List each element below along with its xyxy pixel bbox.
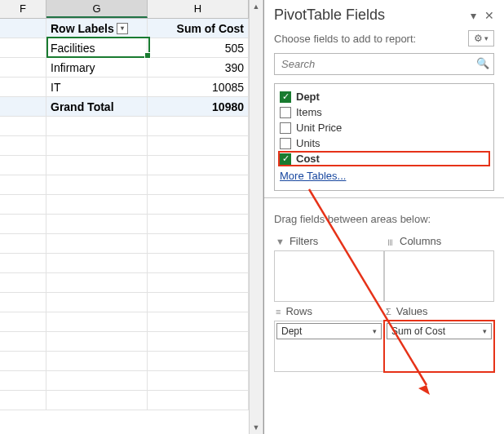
- empty-row: [0, 293, 249, 312]
- cell[interactable]: [0, 38, 46, 58]
- chevron-down-icon: ▾: [373, 327, 377, 335]
- area-label: Filters: [290, 235, 318, 247]
- worksheet[interactable]: F G H Row Labels ▾ Sum of Cost Facilitie…: [0, 0, 249, 434]
- table-row: Infirmary 390: [0, 58, 249, 78]
- dept-cell[interactable]: IT: [46, 78, 148, 97]
- rows-chip-dept[interactable]: Dept ▾: [276, 323, 382, 339]
- checkbox-icon[interactable]: ✓: [280, 153, 291, 165]
- col-header-F[interactable]: F: [0, 0, 46, 18]
- checkbox-icon[interactable]: ✓: [280, 91, 291, 103]
- pane-title: PivotTable Fields: [274, 7, 385, 24]
- col-header-G[interactable]: G: [46, 0, 148, 18]
- area-label: Rows: [285, 305, 312, 317]
- sigma-icon: Σ: [386, 307, 391, 317]
- field-cost[interactable]: ✓ Cost: [278, 151, 490, 166]
- empty-row: [0, 195, 249, 215]
- collapse-pane-icon[interactable]: ▾: [471, 9, 476, 22]
- field-label: Units: [296, 137, 321, 149]
- rows-dropzone[interactable]: Dept ▾: [274, 321, 384, 372]
- field-unit-price[interactable]: Unit Price: [278, 120, 490, 135]
- cell[interactable]: [0, 58, 46, 78]
- field-label: Cost: [296, 153, 320, 165]
- columns-area[interactable]: ⫼Columns: [384, 232, 494, 302]
- cell[interactable]: [0, 97, 46, 117]
- search-input[interactable]: [274, 53, 494, 75]
- values-chip-sum-of-cost[interactable]: Sum of Cost ▾: [387, 323, 492, 339]
- pane-subtitle: Choose fields to add to report:: [274, 33, 416, 45]
- pivottable-fields-pane: PivotTable Fields ▾ ✕ Choose fields to a…: [263, 0, 504, 434]
- empty-row: [0, 234, 249, 254]
- field-label: Items: [296, 106, 322, 118]
- field-label: Unit Price: [296, 122, 342, 134]
- empty-row: [0, 215, 249, 234]
- columns-dropzone[interactable]: [384, 250, 494, 302]
- empty-row: [0, 273, 249, 293]
- layout-options-button[interactable]: ⚙ ▾: [468, 30, 494, 46]
- field-dept[interactable]: ✓ Dept: [278, 89, 490, 104]
- table-row: Facilities 505: [0, 38, 249, 58]
- empty-row: [0, 332, 249, 352]
- area-label: Columns: [400, 235, 441, 247]
- empty-row: [0, 117, 249, 136]
- pivot-header-row: Row Labels ▾ Sum of Cost: [0, 19, 249, 38]
- values-dropzone[interactable]: Sum of Cost ▾: [384, 321, 494, 372]
- column-headers-row: F G H: [0, 0, 249, 19]
- filter-icon: ▼: [276, 237, 285, 246]
- drag-areas-label: Drag fields between areas below:: [264, 197, 504, 232]
- col-header-H[interactable]: H: [148, 0, 249, 18]
- search-icon: 🔍: [476, 57, 489, 69]
- dept-cell[interactable]: Infirmary: [46, 58, 148, 78]
- empty-row: [0, 156, 249, 175]
- more-tables-link[interactable]: More Tables...: [278, 166, 490, 185]
- filters-dropzone[interactable]: [274, 250, 384, 302]
- field-items[interactable]: Items: [278, 104, 490, 120]
- checkbox-icon[interactable]: [280, 122, 291, 134]
- close-pane-icon[interactable]: ✕: [484, 9, 494, 22]
- field-list: ✓ Dept Items Unit Price Units ✓ Cost Mor…: [274, 83, 494, 191]
- row-labels-header[interactable]: Row Labels ▾: [46, 19, 148, 38]
- rows-area[interactable]: ≡Rows Dept ▾: [274, 302, 384, 372]
- grand-total-value-cell[interactable]: 10980: [148, 97, 249, 117]
- row-labels-text: Row Labels: [51, 22, 114, 35]
- chevron-down-icon: ▾: [483, 327, 487, 335]
- gear-icon: ⚙: [474, 33, 483, 44]
- area-label: Values: [396, 305, 428, 317]
- chevron-down-icon: ▾: [484, 34, 489, 42]
- empty-row: [0, 136, 249, 156]
- scroll-down-icon[interactable]: ▼: [253, 421, 260, 434]
- empty-row: [0, 391, 249, 410]
- empty-row: [0, 175, 249, 195]
- chip-label: Dept: [281, 326, 302, 337]
- vertical-scrollbar[interactable]: ▲ ▼: [249, 0, 263, 434]
- values-area[interactable]: ΣValues Sum of Cost ▾: [384, 302, 494, 372]
- field-units[interactable]: Units: [278, 135, 490, 151]
- value-cell[interactable]: 390: [148, 58, 249, 78]
- field-label: Dept: [296, 91, 320, 103]
- chip-label: Sum of Cost: [391, 326, 445, 337]
- empty-row: [0, 254, 249, 273]
- empty-row: [0, 352, 249, 371]
- filters-area[interactable]: ▼Filters: [274, 232, 384, 302]
- grand-total-row: Grand Total 10980: [0, 97, 249, 117]
- empty-row: [0, 312, 249, 332]
- rows-icon: ≡: [276, 307, 281, 317]
- dept-cell[interactable]: Facilities: [46, 38, 148, 58]
- cell[interactable]: [0, 19, 46, 38]
- checkbox-icon[interactable]: [280, 138, 291, 149]
- value-cell[interactable]: 505: [148, 38, 249, 58]
- cell[interactable]: [0, 78, 46, 97]
- table-row: IT 10085: [0, 78, 249, 97]
- sum-of-cost-header[interactable]: Sum of Cost: [148, 19, 249, 38]
- scroll-up-icon[interactable]: ▲: [253, 0, 260, 13]
- row-labels-filter-dropdown[interactable]: ▾: [117, 23, 128, 34]
- grand-total-label-cell[interactable]: Grand Total: [46, 97, 148, 117]
- empty-row: [0, 371, 249, 391]
- checkbox-icon[interactable]: [280, 107, 291, 118]
- value-cell[interactable]: 10085: [148, 78, 249, 97]
- columns-icon: ⫼: [386, 237, 395, 246]
